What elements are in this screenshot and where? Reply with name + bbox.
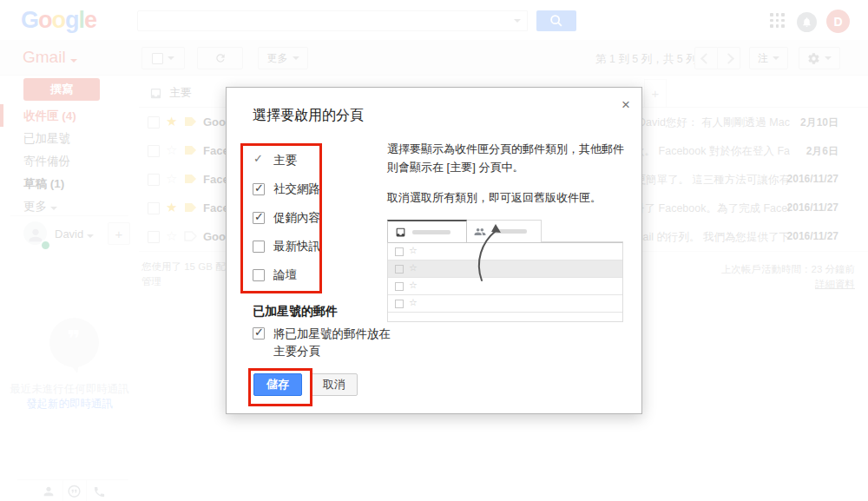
checkbox-primary — [253, 155, 265, 167]
cancel-button[interactable]: 取消 — [311, 373, 358, 396]
star-icon — [409, 280, 418, 291]
category-row-social: 社交網路 — [253, 181, 320, 198]
checkbox-promotions[interactable] — [253, 212, 265, 224]
category-label: 最新快訊 — [273, 239, 320, 254]
star-icon — [409, 245, 418, 256]
checkbox-social[interactable] — [253, 183, 265, 195]
select-tabs-dialog: × 選擇要啟用的分頁 主要 社交網路 促銷內容 最新快訊 論壇 選擇要顯示為收件… — [226, 87, 642, 414]
preview-tab-social — [467, 220, 542, 242]
category-row-forums: 論壇 — [253, 267, 297, 284]
preview-row — [388, 278, 622, 295]
starred-option-label: 將已加星號的郵件放在主要分頁 — [273, 326, 402, 360]
placeholder-bar — [412, 230, 450, 234]
preview-row — [388, 295, 622, 313]
inbox-icon — [395, 227, 406, 238]
checkbox-updates[interactable] — [253, 241, 265, 253]
category-row-primary: 主要 — [253, 152, 297, 169]
save-button[interactable]: 儲存 — [253, 373, 302, 396]
category-label: 主要 — [273, 153, 297, 168]
category-label: 論壇 — [273, 267, 297, 283]
close-icon[interactable]: × — [617, 96, 635, 114]
star-icon — [409, 262, 418, 274]
preview-tab-primary — [387, 220, 467, 242]
checkbox-icon — [395, 300, 404, 308]
preview-row-highlighted — [388, 260, 622, 278]
checkbox-forums[interactable] — [253, 269, 265, 281]
preview-rows — [387, 242, 623, 322]
preview-footer — [388, 313, 622, 321]
category-row-updates: 最新快訊 — [253, 238, 320, 255]
category-label: 促銷內容 — [273, 210, 320, 226]
dialog-title: 選擇要啟用的分頁 — [253, 107, 364, 125]
preview-row — [388, 243, 622, 260]
checkbox-icon — [395, 265, 404, 274]
people-icon — [474, 226, 486, 238]
dialog-description-1: 選擇要顯示為收件匣分頁的郵件類別，其他郵件則會顯示在 [主要] 分頁中。 — [387, 140, 625, 176]
checkbox-icon — [395, 247, 404, 256]
checkbox-starred-in-primary[interactable] — [253, 327, 265, 339]
starred-option-row: 將已加星號的郵件放在主要分頁 — [253, 326, 402, 360]
star-icon — [409, 297, 418, 308]
category-label: 社交網路 — [273, 181, 320, 197]
checkbox-icon — [395, 282, 404, 291]
starred-section-heading: 已加星號的郵件 — [253, 304, 338, 320]
category-row-promotions: 促銷內容 — [253, 209, 320, 227]
placeholder-bar — [492, 229, 527, 234]
dialog-description-2: 取消選取所有類別，即可返回舊版收件匣。 — [387, 188, 625, 207]
